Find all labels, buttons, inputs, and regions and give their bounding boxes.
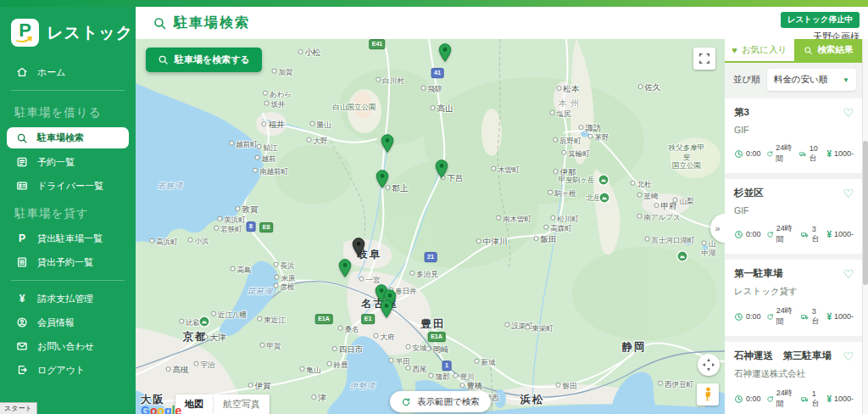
sidebar-item-contact[interactable]: お問い合わせ xyxy=(0,334,136,358)
card-meta-value: 1000- xyxy=(834,149,854,158)
pegman-streetview-button[interactable] xyxy=(697,383,719,406)
map-type-satellite-button[interactable]: 航空写真 xyxy=(213,394,270,414)
card-meta-row: 0:0024時間3台¥1000- xyxy=(734,305,854,327)
map-canvas[interactable]: 小松加賀白川村白山国立公園あわら坂井福井勝山大野越前町鯖江越前南越前町敦賀美浜町… xyxy=(136,39,725,414)
map-pin[interactable] xyxy=(435,159,448,178)
park-poi-icon[interactable] xyxy=(598,174,609,186)
favorite-heart-icon[interactable]: ♡ xyxy=(843,187,854,199)
sidebar-item-label: ドライバー一覧 xyxy=(37,180,103,193)
refresh-icon xyxy=(766,230,774,239)
route-shield: E1 xyxy=(361,314,375,324)
sidebar-section-label: 駐車場を借りる xyxy=(0,97,136,126)
card-meta-value: 0:00 xyxy=(746,312,761,321)
map-terrain xyxy=(136,39,725,414)
card-meta-value: 24時間 xyxy=(776,223,797,245)
card-meta-value: 1000- xyxy=(834,312,854,321)
results-panel: ♥ お気に入り 検索結果 並び順 料金の安い順 ▼ 第3♡GIF0:0024時間… xyxy=(725,39,863,414)
tab-search-results[interactable]: 検索結果 xyxy=(794,39,864,61)
park-poi-icon[interactable] xyxy=(598,192,610,204)
sidebar-item-member[interactable]: 会員情報 xyxy=(0,310,136,334)
sidebar-item-billing[interactable]: ¥請求支払管理 xyxy=(0,287,136,310)
card-meta-row: 0:0024時間10台¥1000- xyxy=(734,143,854,165)
yen-icon: ¥ xyxy=(826,230,832,239)
favorite-heart-icon[interactable]: ♡ xyxy=(843,350,854,362)
park-poi-icon[interactable] xyxy=(198,316,210,327)
truck-icon xyxy=(801,394,809,404)
logo-parking-icon: P xyxy=(11,19,39,47)
map-pin[interactable] xyxy=(352,238,365,256)
card-meta-value: 0:00 xyxy=(746,149,761,158)
card-subtitle: 石神運送株式会社 xyxy=(734,368,854,380)
card-meta-value: 10台 xyxy=(810,144,822,164)
route-shield: 21 xyxy=(425,252,437,262)
yen-icon: ¥ xyxy=(826,312,832,322)
card-subtitle: GIF xyxy=(734,205,854,215)
sort-bar: 並び順 料金の安い順 ▼ xyxy=(725,63,863,97)
favorite-heart-icon[interactable]: ♡ xyxy=(843,107,854,119)
top-gradient-bar xyxy=(0,0,868,7)
app-window: P レストック ホーム駐車場を借りる駐車場検索予約一覧ドライバー一覧駐車場を貸す… xyxy=(0,0,868,414)
sidebar-item-label: 予約一覧 xyxy=(37,156,75,169)
sidebar-item-lend-parkings[interactable]: P貸出駐車場一覧 xyxy=(0,227,136,250)
chevron-right-icon: » xyxy=(715,223,720,233)
parking-icon: P xyxy=(16,232,28,244)
result-card-list: 第3♡GIF0:0024時間10台¥1000-杉並区♡GIF0:0024時間3台… xyxy=(725,97,863,414)
map-pin[interactable] xyxy=(338,259,352,277)
app-logo[interactable]: P レストック xyxy=(0,7,136,50)
result-card[interactable]: 杉並区♡GIF0:0024時間3台¥1000- xyxy=(725,179,863,254)
sidebar-item-drivers[interactable]: ドライバー一覧 xyxy=(0,174,136,198)
chevron-down-icon: ▼ xyxy=(843,76,849,84)
card-title: 杉並区 xyxy=(734,187,764,199)
reservation-list-icon xyxy=(16,156,28,168)
tab-favorites[interactable]: ♥ お気に入り xyxy=(725,39,794,61)
refresh-icon xyxy=(766,149,774,159)
sidebar-menu: ホーム駐車場を借りる駐車場検索予約一覧ドライバー一覧駐車場を貸すP貸出駐車場一覧… xyxy=(0,60,136,382)
sidebar-item-label: 貸出予約一覧 xyxy=(37,256,93,269)
search-in-view-button[interactable]: 表示範囲で検索 xyxy=(390,391,491,412)
card-meta-value: 1台 xyxy=(812,389,822,409)
card-meta-row: 0:0024時間1台¥1000- xyxy=(734,388,854,410)
search-icon xyxy=(153,16,167,31)
page-title: 駐車場検索 xyxy=(153,14,250,32)
scrollbar[interactable] xyxy=(862,39,868,414)
card-meta-value: 3台 xyxy=(812,307,822,327)
map-pin[interactable] xyxy=(380,299,393,318)
yen-icon: ¥ xyxy=(826,149,832,159)
map-pin[interactable] xyxy=(381,134,394,153)
map-pin[interactable] xyxy=(376,170,389,188)
clock-icon xyxy=(734,312,743,322)
scrollbar-thumb[interactable] xyxy=(863,141,868,285)
result-card[interactable]: 第3♡GIF0:0024時間10台¥1000- xyxy=(725,98,863,173)
lend-list-icon xyxy=(16,256,28,268)
sidebar-item-logout[interactable]: ログアウト xyxy=(0,358,136,382)
map-pin[interactable] xyxy=(438,43,452,62)
clock-icon xyxy=(734,230,743,239)
logout-icon xyxy=(16,364,28,376)
fullscreen-button[interactable] xyxy=(693,48,715,70)
truck-icon xyxy=(801,312,809,322)
result-card[interactable]: 石神運送 第三駐車場♡石神運送株式会社0:0024時間1台¥1000- xyxy=(725,342,863,414)
yen-icon: ¥ xyxy=(16,293,28,305)
sidebar-item-parking-search[interactable]: 駐車場検索 xyxy=(7,127,129,148)
sidebar-item-label: ログアウト xyxy=(37,364,85,377)
sidebar-section-label: 駐車場を貸す xyxy=(0,198,136,227)
member-icon xyxy=(16,316,28,328)
google-logo: Google xyxy=(141,404,181,414)
card-meta-value: 24時間 xyxy=(776,143,794,165)
sort-select[interactable]: 料金の安い順 ▼ xyxy=(767,69,856,91)
map-search-button[interactable]: 駐車場を検索する xyxy=(146,48,262,72)
sidebar-item-lend-reservations[interactable]: 貸出予約一覧 xyxy=(0,250,136,274)
card-title: 石神運送 第三駐車場 xyxy=(734,350,832,362)
map-pan-control[interactable] xyxy=(698,354,720,376)
card-meta-value: 0:00 xyxy=(746,230,761,238)
result-card[interactable]: 第一駐車場♡レストック貸す0:0024時間3台¥1000- xyxy=(725,260,863,336)
status-badge: レストック停止中 xyxy=(781,12,860,28)
sidebar-item-home[interactable]: ホーム xyxy=(0,60,136,84)
route-shield: 1 xyxy=(442,361,452,371)
card-meta-value: 24時間 xyxy=(776,388,797,410)
favorite-heart-icon[interactable]: ♡ xyxy=(843,268,854,280)
sort-label: 並び順 xyxy=(733,74,760,86)
refresh-icon xyxy=(766,394,774,404)
park-poi-icon[interactable] xyxy=(676,250,688,262)
sidebar-item-reservations[interactable]: 予約一覧 xyxy=(0,150,136,174)
